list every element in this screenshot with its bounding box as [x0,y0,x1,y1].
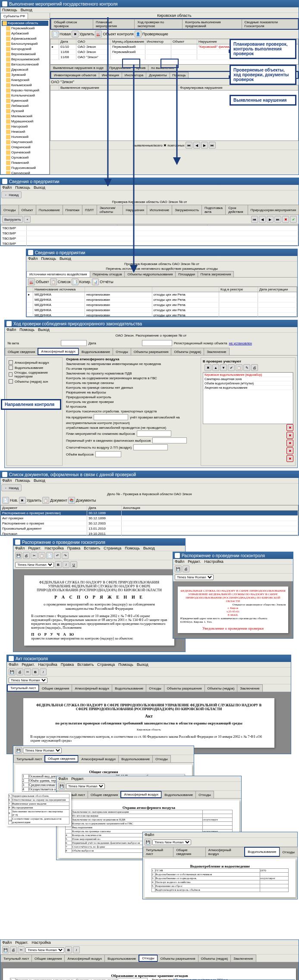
nav-prev[interactable]: ◀ [259,216,266,223]
print-icon[interactable]: 🖨 [23,552,30,559]
folder-icon [6,145,10,150]
violations-grid[interactable]: Выявленное нарушениеФормулировка нарушен… [50,85,299,141]
region-tree[interactable]: Кировская область Первомайский Арбажский… [0,19,50,175]
tab-waste[interactable]: Отходы [138,955,158,962]
font-select[interactable]: Times New Roman [175,574,214,580]
delete-button[interactable]: ✖ [72,31,79,37]
cancel-icon[interactable]: ✖ [282,216,289,223]
tab-archive[interactable]: архив [133,65,149,71]
tab-air[interactable]: Атмосферный воздух [38,348,79,355]
list-button[interactable]: 📋 [50,278,57,285]
docs-button[interactable]: 📚 [68,497,75,504]
del-row[interactable]: ✖ [286,455,293,462]
tab-help[interactable]: Помощь [170,72,189,78]
undo-icon[interactable]: ↶ [54,552,61,559]
object-button[interactable]: 🏭 [95,31,102,37]
tab-water[interactable]: Водопользование [244,847,280,857]
doc-button[interactable]: 📋 [42,497,49,504]
main-window: Выполнение мероприятий государственного … [0,0,299,175]
cut-icon[interactable]: ✂ [24,668,31,675]
tab-summary[interactable]: Сводные показатели Госконтроля [242,19,298,29]
edit-icon[interactable]: ✎ [243,364,250,371]
back-button[interactable]: ← Назад [1,484,22,491]
tab-insp[interactable]: Инспекция [99,72,122,78]
report-button[interactable]: 📊 [92,278,99,285]
cut-icon[interactable]: ✂ [31,552,38,559]
nav-next[interactable]: ▶ [267,216,274,223]
bold-icon[interactable]: B [32,668,39,675]
add-button[interactable]: + [24,216,31,223]
nav-first[interactable]: ⏮ [251,216,258,223]
obj-button[interactable]: 🏭 [28,278,35,285]
tab-docs[interactable]: Документы [146,72,170,78]
nav-next[interactable]: ▶ [201,142,208,149]
new-button[interactable]: 📄 [2,497,9,504]
tab-inventory[interactable]: Инвентаризация объектов [51,72,99,78]
tab-plan[interactable]: Плановые мероприятия [93,19,135,29]
menu-exit[interactable]: Выход [21,8,32,12]
tab-progress[interactable]: Ход проверки по экспертизе [134,19,183,29]
tab-detect[interactable]: по выявлению [148,65,177,71]
titlebar: Выполнение мероприятий государственного … [0,0,299,7]
font-select[interactable]: Times New Roman [9,677,47,683]
del-icon[interactable]: ✖ [205,364,211,371]
checkbox[interactable] [9,379,13,384]
font-select[interactable]: Times New Roman [15,562,54,568]
redo-icon[interactable]: ↷ [62,552,69,559]
copy-icon[interactable]: 📋 [38,552,45,559]
tab-control[interactable]: Контроль выполнения предписаний [182,19,242,29]
ok-icon[interactable]: ✔ [228,364,235,371]
app-icon [15,540,20,545]
italic-icon[interactable]: I [40,668,47,675]
tab-orders[interactable]: Предписания [106,65,134,71]
print-icon[interactable]: 🖨 [183,565,189,572]
print-icon[interactable]: 🖨 [251,364,258,371]
bold-icon[interactable]: B [55,561,62,568]
folder-icon [6,52,10,56]
folder-icon [6,135,10,139]
paste-icon[interactable]: 📄 [46,552,53,559]
editor-window-1: Распоряжение о проведении госконтроля Фа… [13,538,186,652]
tab-inspectors[interactable]: Инспектора [122,72,146,78]
del-row[interactable]: ✖ [286,432,293,439]
tab-air[interactable]: Атмосферный воздух [120,791,162,798]
del-row[interactable]: ✖ [286,424,293,431]
new-button[interactable]: 📄 [52,31,59,37]
save-icon[interactable]: 💾 [9,668,16,675]
app-icon [6,321,12,326]
up-icon[interactable]: ▲ [212,364,219,371]
nav-last[interactable]: ⏭ [274,216,281,223]
folder-icon [6,130,10,134]
print-icon[interactable]: 🖨 [16,668,23,675]
tab-checklist[interactable]: Общий список проверок [51,19,93,29]
folder-icon [6,171,10,175]
menu-help[interactable]: Помощь [2,8,17,12]
folder-icon [6,140,10,144]
akt-input[interactable] [61,340,87,346]
folder-icon [6,125,10,129]
save-icon[interactable]: 💾 [175,565,182,572]
tab-subjects[interactable]: Субъекты РФ [0,13,28,19]
tab-violations[interactable]: Выявленные нарушения в ходе [50,65,107,71]
date-input[interactable] [142,340,172,346]
underline-icon[interactable]: U [70,561,77,568]
copy-button[interactable]: 📑 [72,278,79,285]
tab-title-page[interactable]: Титульный лист [7,684,39,692]
checkbox[interactable] [9,365,13,370]
checkbox[interactable] [9,360,13,365]
del-button[interactable]: ✖ [19,497,26,504]
ok-icon[interactable]: ✔ [290,216,297,223]
tab-general[interactable]: Общие сведения [44,755,79,762]
nav-last[interactable]: ⏭ [209,142,216,149]
italic-icon[interactable]: I [63,561,69,568]
nav-prev[interactable]: ◀ [193,142,200,149]
del-row[interactable]: ✖ [286,440,293,446]
nav-first[interactable]: ⏮ [186,142,192,149]
down-icon[interactable]: ▼ [220,364,227,371]
save-icon[interactable]: 💾 [15,552,22,559]
inspectors-button[interactable]: 👤 [135,31,142,37]
checkbox[interactable] [9,372,13,377]
copy-icon[interactable]: 📋 [236,364,242,371]
del-row[interactable]: ✖ [286,447,293,454]
back-button[interactable]: ← Назад [1,191,22,198]
